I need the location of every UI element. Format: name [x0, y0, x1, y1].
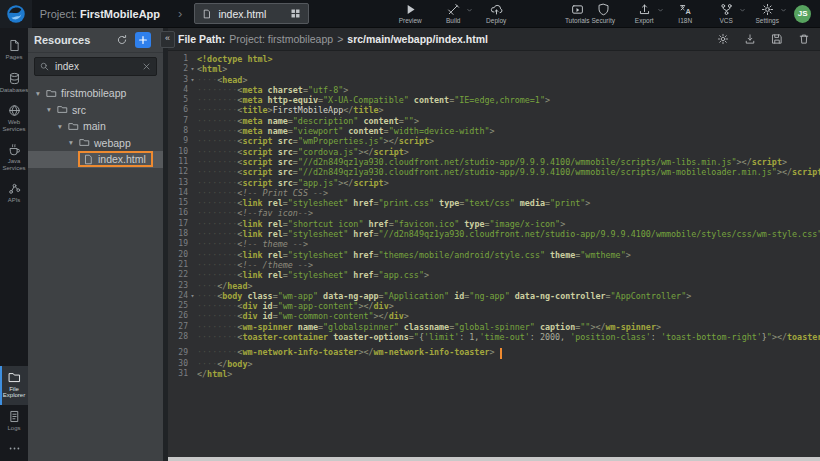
file-path-label: File Path:: [178, 33, 225, 45]
code-line[interactable]: </html>: [197, 369, 820, 379]
rail-item-label: Pages: [5, 54, 22, 61]
line-number: 19: [168, 239, 188, 249]
code-line[interactable]: ········<link rel="stylesheet" href="app…: [197, 270, 820, 280]
svg-text:A: A: [685, 7, 691, 16]
code-line[interactable]: ········<link rel="stylesheet" href="the…: [197, 250, 820, 260]
tab-index-html[interactable]: index.html: [194, 3, 309, 24]
grid-icon[interactable]: [290, 8, 301, 19]
rail-item-databases[interactable]: Databases: [0, 67, 28, 100]
code-line[interactable]: ····<body class="wm-app" data-ng-app="Ap…: [197, 291, 820, 301]
code-line[interactable]: ········<!-- /theme -->: [197, 260, 820, 270]
build-button[interactable]: Build: [440, 3, 466, 24]
tree-node-main[interactable]: ▾main: [28, 118, 163, 135]
collapse-panel-icon[interactable]: «: [160, 31, 175, 48]
code-line[interactable]: ········<script src="cordova.js"></scrip…: [197, 147, 820, 157]
line-number: 21: [168, 260, 188, 270]
tree-node-webapp[interactable]: ▾webapp: [28, 135, 163, 152]
save-icon[interactable]: [771, 33, 783, 45]
tree-expand-icon[interactable]: ▾: [67, 138, 75, 147]
code-line[interactable]: ····<head>: [197, 75, 820, 85]
code-line[interactable]: ····</head>: [197, 281, 820, 291]
user-avatar[interactable]: JS: [794, 5, 811, 23]
code-line[interactable]: ········<!-- theme -->: [197, 239, 820, 249]
action-label: Build: [446, 17, 460, 24]
code-line[interactable]: ········<div id="wm-app-content"></div>: [197, 301, 820, 311]
search-input[interactable]: [53, 60, 138, 73]
refresh-icon[interactable]: [116, 34, 128, 46]
security-button[interactable]: Security: [590, 3, 616, 24]
code-line[interactable]: ········<link rel="stylesheet" href="//d…: [197, 229, 820, 239]
code-line[interactable]: ········<script src="//d2n849qz1ya930.cl…: [197, 167, 820, 177]
tab-label: index.html: [218, 8, 284, 20]
code-line[interactable]: ········<meta name="viewport" content="w…: [197, 126, 820, 136]
tree-expand-icon[interactable]: ▾: [45, 105, 53, 114]
code-line[interactable]: ········<toaster-container toaster-optio…: [197, 332, 820, 342]
deploy-icon: [490, 3, 503, 16]
code-line[interactable]: ········<meta charset="utf-8">: [197, 85, 820, 95]
export-button[interactable]: Export: [631, 3, 657, 24]
code-line[interactable]: ········<script src="app.js"></script>: [197, 178, 820, 188]
rail-item-web-services[interactable]: Web Services: [0, 99, 28, 138]
fold-toggle-icon[interactable]: ▾: [188, 291, 197, 301]
rail-item-logs[interactable]: Logs: [0, 405, 28, 438]
clear-search-icon[interactable]: [142, 62, 151, 71]
rail-item-pages[interactable]: Pages: [0, 34, 28, 67]
line-number: 16: [168, 208, 188, 218]
databases-icon: [8, 72, 21, 85]
horizontal-scrollbar[interactable]: [168, 457, 820, 461]
code-line[interactable]: ········<!--fav icon-->: [197, 208, 820, 218]
code-row: 15········<link rel="stylesheet" href="p…: [168, 198, 820, 208]
add-resource-button[interactable]: [135, 32, 151, 48]
code-line[interactable]: <!doctype html>: [197, 54, 820, 64]
code-line[interactable]: ········<wm-network-info-toaster></wm-ne…: [197, 348, 820, 358]
code-row: 20········<link rel="stylesheet" href="t…: [168, 250, 820, 260]
gear-icon[interactable]: [717, 33, 729, 45]
code-editor[interactable]: 1<!doctype html>2▾<html>3▾····<head>4···…: [168, 51, 820, 457]
code-line[interactable]: ········<link rel="shortcut icon" href="…: [197, 219, 820, 229]
tree-node-index-html[interactable]: index.html: [28, 151, 163, 168]
code-line[interactable]: <html>: [197, 64, 820, 74]
file-tree: ▾firstmobileapp▾src▾main▾webappindex.htm…: [28, 85, 163, 168]
code-line[interactable]: ········<wm-spinner name="globalspinner"…: [197, 322, 820, 332]
code-line[interactable]: ········<div id="wm-common-content"></di…: [197, 311, 820, 321]
preview-button[interactable]: Preview: [397, 3, 423, 24]
fold-toggle-icon[interactable]: ▾: [188, 64, 197, 74]
code-line[interactable]: ········<meta name="description" content…: [197, 116, 820, 126]
rail-item-more[interactable]: [0, 437, 28, 461]
rail-item-apis[interactable]: APIs: [0, 177, 28, 210]
download-icon[interactable]: [744, 33, 756, 45]
code-line[interactable]: ········<script src="wmProperties.js"></…: [197, 136, 820, 146]
rail-item-file-explorer[interactable]: File Explorer: [0, 366, 28, 405]
app-logo[interactable]: [0, 0, 32, 28]
line-number: 29: [168, 348, 188, 358]
code-line[interactable]: ········<!-- Print CSS -->: [197, 188, 820, 198]
file-icon: [202, 8, 212, 20]
settings-button[interactable]: Settings: [754, 3, 780, 24]
code-line[interactable]: ········<title>FirstMobileApp</title>: [197, 105, 820, 115]
tree-node-firstmobileapp[interactable]: ▾firstmobileapp: [28, 85, 163, 102]
trash-icon[interactable]: [798, 33, 810, 45]
toolbar-left-actions: PreviewBuildDeployTutorials: [397, 3, 590, 24]
fold-toggle-icon[interactable]: ▾: [188, 75, 197, 85]
vcs-button[interactable]: VCS: [713, 3, 739, 24]
code-line[interactable]: ········<meta http-equiv="X-UA-Compatibl…: [197, 95, 820, 105]
tutorials-button[interactable]: Tutorials: [564, 3, 590, 24]
code-line[interactable]: ········<script src="//d2n849qz1ya930.cl…: [197, 157, 820, 167]
code-row: 10········<script src="cordova.js"></scr…: [168, 147, 820, 157]
code-line[interactable]: ········<link rel="stylesheet" href="pri…: [197, 198, 820, 208]
i18n-button[interactable]: AI18N: [672, 3, 698, 24]
security-icon: [597, 3, 610, 16]
tree-node-src[interactable]: ▾src: [28, 102, 163, 119]
line-number: 28: [168, 332, 188, 342]
tree-expand-icon[interactable]: ▾: [56, 122, 64, 131]
line-number: 27: [168, 322, 188, 332]
code-line[interactable]: ····</body>: [197, 359, 820, 369]
project-breadcrumb[interactable]: Project:FirstMobileApp: [40, 8, 160, 20]
fold-gutter: [188, 219, 197, 229]
fold-gutter: [188, 126, 197, 136]
rail-item-java-services[interactable]: Java Services: [0, 138, 28, 177]
deploy-button[interactable]: Deploy: [483, 3, 509, 24]
code-row: 27········<wm-spinner name="globalspinne…: [168, 322, 820, 332]
line-number: 22: [168, 270, 188, 280]
tree-expand-icon[interactable]: ▾: [34, 89, 42, 98]
